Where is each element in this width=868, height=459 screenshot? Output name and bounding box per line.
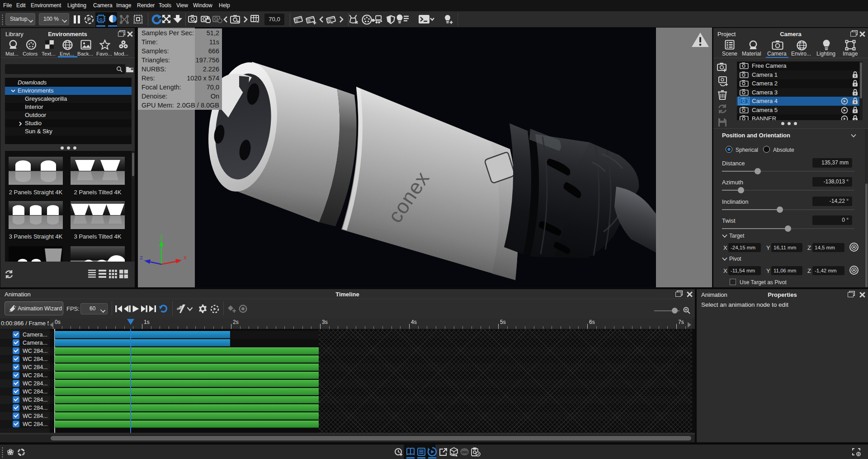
svg-text:y: y (160, 234, 163, 240)
svg-text:x: x (184, 255, 187, 261)
svg-text:P: P (87, 17, 90, 22)
svg-text:G: G (99, 17, 103, 22)
svg-text:z: z (140, 255, 143, 261)
